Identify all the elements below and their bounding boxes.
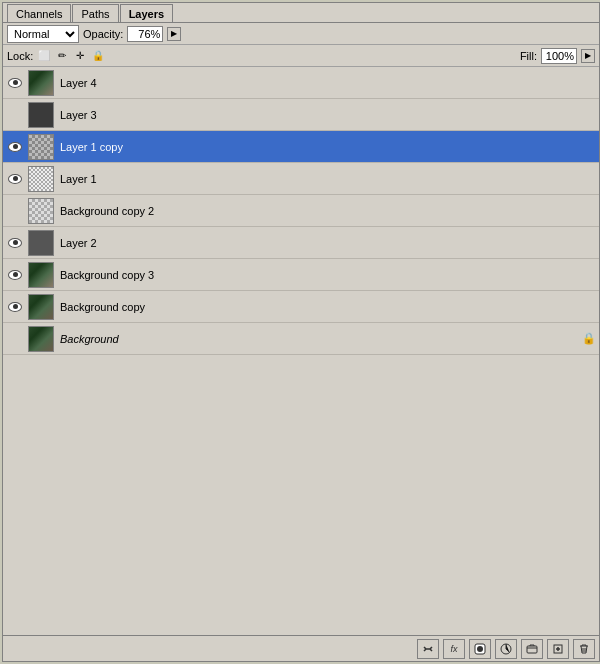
- layer-row[interactable]: Layer 3: [3, 99, 599, 131]
- eye-icon: [8, 238, 22, 248]
- tab-channels[interactable]: Channels: [7, 4, 71, 22]
- layer-row[interactable]: Background copy 3: [3, 259, 599, 291]
- layer-lock-icon: 🔒: [581, 332, 597, 345]
- layer-mask-button[interactable]: [469, 639, 491, 659]
- lock-label: Lock:: [7, 50, 33, 62]
- opacity-label: Opacity:: [83, 28, 123, 40]
- layer-name: Layer 1 copy: [57, 141, 597, 153]
- layer-row[interactable]: Background copy 2: [3, 195, 599, 227]
- layer-row[interactable]: Layer 1 copy: [3, 131, 599, 163]
- layer-name: Background copy: [57, 301, 597, 313]
- layer-name: Layer 4: [57, 77, 597, 89]
- visibility-toggle[interactable]: [5, 238, 25, 248]
- layer-styles-button[interactable]: fx: [443, 639, 465, 659]
- thumbnail-image: [29, 71, 53, 95]
- layer-name: Layer 3: [57, 109, 597, 121]
- layer-thumbnail: [28, 102, 54, 128]
- thumbnail-image: [29, 295, 53, 319]
- new-group-button[interactable]: [521, 639, 543, 659]
- layer-row[interactable]: Background 🔒: [3, 323, 599, 355]
- thumbnail-image: [29, 263, 53, 287]
- layer-thumbnail: [28, 262, 54, 288]
- svg-rect-3: [527, 646, 537, 653]
- opacity-input[interactable]: [127, 26, 163, 42]
- layer-thumbnail: [28, 134, 54, 160]
- layers-container[interactable]: Layer 4 Layer 3 Layer 1 copy: [3, 67, 599, 635]
- fill-label: Fill:: [520, 50, 537, 62]
- tab-layers[interactable]: Layers: [120, 4, 173, 22]
- thumbnail-image: [29, 167, 53, 191]
- visibility-toggle[interactable]: [5, 174, 25, 184]
- layers-wrapper: Layer 4 Layer 3 Layer 1 copy: [3, 67, 599, 635]
- layer-thumbnail: [28, 166, 54, 192]
- eye-icon: [8, 174, 22, 184]
- visibility-toggle[interactable]: [5, 78, 25, 88]
- eye-icon: [8, 270, 22, 280]
- lock-position-icon[interactable]: ⬜: [37, 49, 51, 63]
- lock-fill-row: Lock: ⬜ ✏ ✛ 🔒 Fill: ▶: [3, 45, 599, 67]
- lock-pixels-icon[interactable]: ✏: [55, 49, 69, 63]
- blend-opacity-row: Normal Opacity: ▶: [3, 23, 599, 45]
- thumbnail-image: [29, 327, 53, 351]
- visibility-toggle[interactable]: [5, 302, 25, 312]
- link-layers-button[interactable]: [417, 639, 439, 659]
- thumbnail-image: [29, 135, 53, 159]
- lock-all-icon[interactable]: 🔒: [91, 49, 105, 63]
- visibility-toggle[interactable]: [5, 270, 25, 280]
- new-layer-button[interactable]: [547, 639, 569, 659]
- fill-input[interactable]: [541, 48, 577, 64]
- layer-thumbnail: [28, 198, 54, 224]
- layer-thumbnail: [28, 326, 54, 352]
- eye-icon: [8, 78, 22, 88]
- adjustment-layer-button[interactable]: [495, 639, 517, 659]
- layer-thumbnail: [28, 230, 54, 256]
- thumbnail-image: [29, 103, 53, 127]
- thumbnail-image: [29, 199, 53, 223]
- layers-panel: Channels Paths Layers Normal Opacity: ▶ …: [2, 2, 600, 662]
- layer-thumbnail: [28, 294, 54, 320]
- svg-point-1: [477, 646, 483, 652]
- layer-name: Background copy 3: [57, 269, 597, 281]
- delete-layer-button[interactable]: [573, 639, 595, 659]
- layer-name: Background copy 2: [57, 205, 597, 217]
- layer-row[interactable]: Layer 4: [3, 67, 599, 99]
- layer-row[interactable]: Layer 2: [3, 227, 599, 259]
- layer-name: Layer 2: [57, 237, 597, 249]
- tab-paths[interactable]: Paths: [72, 4, 118, 22]
- empty-space: [3, 355, 599, 635]
- layer-row[interactable]: Background copy: [3, 291, 599, 323]
- visibility-toggle[interactable]: [5, 142, 25, 152]
- tab-bar: Channels Paths Layers: [3, 3, 599, 23]
- layer-thumbnail: [28, 70, 54, 96]
- opacity-arrow-button[interactable]: ▶: [167, 27, 181, 41]
- eye-icon: [8, 142, 22, 152]
- layer-name: Layer 1: [57, 173, 597, 185]
- lock-move-icon[interactable]: ✛: [73, 49, 87, 63]
- blend-mode-select[interactable]: Normal: [7, 25, 79, 43]
- layer-name: Background: [57, 333, 581, 345]
- thumbnail-image: [29, 231, 53, 255]
- eye-icon: [8, 302, 22, 312]
- layer-row[interactable]: Layer 1: [3, 163, 599, 195]
- bottom-toolbar: fx: [3, 635, 599, 661]
- fill-arrow-button[interactable]: ▶: [581, 49, 595, 63]
